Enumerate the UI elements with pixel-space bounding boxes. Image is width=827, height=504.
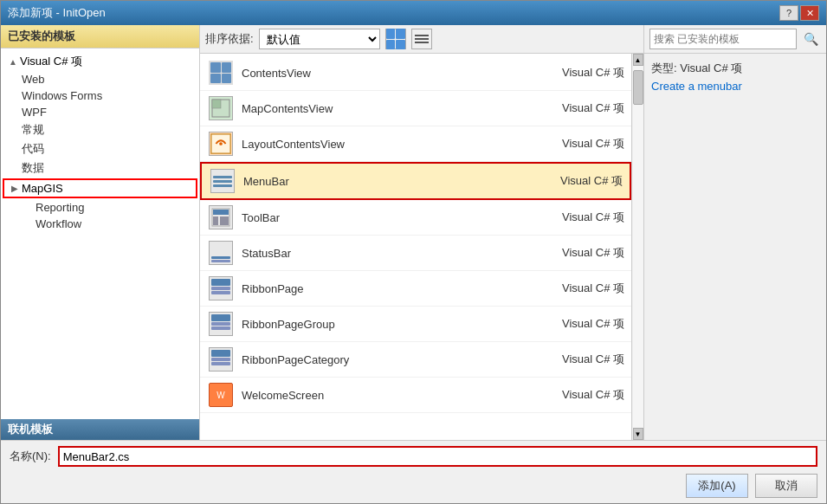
ribbonpagegroup-type: Visual C# 项 bbox=[538, 316, 624, 332]
toolbar-type: Visual C# 项 bbox=[538, 210, 624, 225]
mapcontentsview-icon bbox=[207, 94, 235, 122]
button-row: 添加(A) 取消 bbox=[10, 474, 817, 498]
tree-label-wpf: WPF bbox=[22, 106, 192, 119]
mapcontentsview-name: MapContentsView bbox=[242, 102, 538, 115]
cancel-button[interactable]: 取消 bbox=[755, 474, 817, 498]
middle-panel: 排序依据: 默认值 名称 类型 bbox=[200, 25, 644, 440]
contentsview-type: Visual C# 项 bbox=[538, 65, 624, 81]
contentsview-icon bbox=[207, 59, 235, 87]
mapcontentsview-type: Visual C# 项 bbox=[538, 100, 624, 116]
svg-point-3 bbox=[219, 142, 223, 145]
list-item-ribbonpagegroup[interactable]: RibbonPageGroup Visual C# 项 bbox=[200, 307, 631, 342]
mapgis-expand-icon: ▶ bbox=[10, 184, 20, 194]
scroll-up-btn[interactable]: ▲ bbox=[633, 54, 643, 66]
toolbar-name: ToolBar bbox=[242, 211, 538, 224]
expand-icon: ▲ bbox=[8, 56, 18, 67]
dialog-title: 添加新项 - InitOpen bbox=[8, 5, 106, 21]
sort-label: 排序依据: bbox=[205, 31, 254, 47]
tree-area: ▲ Visual C# 项 Web Windows Forms WPF 常规 代… bbox=[1, 48, 199, 419]
svg-rect-1 bbox=[212, 100, 221, 108]
section-divider: 联机模板 bbox=[1, 419, 199, 440]
name-label: 名称(N): bbox=[10, 449, 51, 464]
scroll-thumb[interactable] bbox=[633, 70, 643, 105]
list-item-mapcontentsview[interactable]: MapContentsView Visual C# 项 bbox=[200, 91, 631, 126]
statusbar-icon bbox=[207, 239, 235, 267]
info-link[interactable]: Create a menubar bbox=[651, 80, 742, 93]
right-info: 类型: Visual C# 项 Create a menubar bbox=[644, 54, 826, 100]
dialog: 添加新项 - InitOpen ? ✕ 已安装的模板 ▲ Visual C# 项… bbox=[0, 0, 827, 504]
list-item-ribbonpagecategory[interactable]: RibbonPageCategory Visual C# 项 bbox=[200, 342, 631, 378]
tree-item-workflow[interactable]: Workflow bbox=[1, 216, 199, 232]
main-content: 已安装的模板 ▲ Visual C# 项 Web Windows Forms W… bbox=[1, 25, 826, 503]
menubar-name: MenuBar bbox=[243, 175, 536, 188]
items-container: ContentsView Visual C# 项 bbox=[200, 54, 643, 440]
tree-item-code[interactable]: 代码 bbox=[1, 139, 199, 158]
map-svg bbox=[210, 98, 231, 119]
toolbar-row: 排序依据: 默认值 名称 类型 bbox=[200, 25, 643, 54]
title-bar-buttons: ? ✕ bbox=[779, 5, 819, 21]
tree-item-reporting[interactable]: Reporting bbox=[1, 199, 199, 216]
statusbar-type: Visual C# 项 bbox=[538, 245, 624, 261]
info-type: 类型: Visual C# 项 bbox=[651, 61, 819, 76]
sort-select[interactable]: 默认值 名称 类型 bbox=[259, 29, 380, 49]
grid-icon bbox=[386, 29, 405, 49]
tree-label-web: Web bbox=[22, 73, 192, 86]
tree-label-visual-csharp: Visual C# 项 bbox=[20, 54, 82, 69]
ribbonpagegroup-icon bbox=[207, 310, 235, 338]
welcomescreen-icon: W bbox=[207, 381, 235, 409]
statusbar-name: StatusBar bbox=[242, 247, 538, 260]
view-list-button[interactable] bbox=[411, 29, 432, 49]
contentsview-name: ContentsView bbox=[242, 67, 538, 80]
tree-item-web[interactable]: Web bbox=[1, 71, 199, 87]
list-item-toolbar[interactable]: ToolBar Visual C# 项 bbox=[200, 200, 631, 236]
menubar-icon bbox=[209, 167, 236, 195]
menubar-type: Visual C# 项 bbox=[536, 173, 623, 189]
tree-item-visual-csharp[interactable]: ▲ Visual C# 项 bbox=[1, 52, 199, 71]
layoutcontentsview-icon bbox=[207, 130, 235, 158]
welcomescreen-name: WelcomeScreen bbox=[242, 389, 538, 402]
svg-rect-5 bbox=[213, 210, 229, 215]
toolbar-svg bbox=[210, 207, 231, 228]
toolbar-icon bbox=[207, 204, 235, 231]
close-button[interactable]: ✕ bbox=[800, 5, 819, 21]
tree-label-windows-forms: Windows Forms bbox=[22, 89, 192, 102]
tree-label-normal: 常规 bbox=[22, 122, 192, 138]
tree-item-data[interactable]: 数据 bbox=[1, 158, 199, 178]
bottom-section: 名称(N): 添加(A) 取消 bbox=[1, 440, 826, 503]
tree-item-windows-forms[interactable]: Windows Forms bbox=[1, 87, 199, 104]
tree-item-mapgis[interactable]: ▶ MapGIS bbox=[4, 180, 196, 197]
ribbonpage-icon bbox=[207, 275, 235, 302]
help-button[interactable]: ? bbox=[779, 5, 798, 21]
title-bar: 添加新项 - InitOpen ? ✕ bbox=[1, 1, 826, 25]
search-button[interactable]: 🔍 bbox=[800, 29, 821, 49]
name-input[interactable] bbox=[58, 446, 817, 467]
ribbonpagegroup-name: RibbonPageGroup bbox=[242, 318, 538, 331]
ribbonpage-name: RibbonPage bbox=[242, 282, 538, 295]
vertical-scrollbar[interactable]: ▲ ▼ bbox=[631, 54, 643, 440]
list-item-welcomescreen[interactable]: W WelcomeScreen Visual C# 项 bbox=[200, 378, 631, 413]
list-item-menubar[interactable]: MenuBar Visual C# 项 bbox=[200, 162, 631, 200]
search-input[interactable] bbox=[649, 29, 797, 49]
left-panel-header: 已安装的模板 bbox=[1, 25, 199, 48]
add-button[interactable]: 添加(A) bbox=[686, 474, 748, 498]
ribbonpage-type: Visual C# 项 bbox=[538, 281, 624, 296]
welcomescreen-type: Visual C# 项 bbox=[538, 387, 624, 403]
tree-item-mapgis-container: ▶ MapGIS bbox=[3, 178, 197, 198]
list-icon bbox=[415, 35, 429, 43]
tree-label-workflow: Workflow bbox=[36, 217, 192, 230]
ribbonpagecategory-name: RibbonPageCategory bbox=[242, 353, 538, 366]
layoutcontentsview-type: Visual C# 项 bbox=[538, 136, 624, 152]
tree-item-normal[interactable]: 常规 bbox=[1, 120, 199, 139]
view-grid-button[interactable] bbox=[385, 29, 406, 49]
list-item-contentsview[interactable]: ContentsView Visual C# 项 bbox=[200, 55, 631, 91]
list-item-ribbonpage[interactable]: RibbonPage Visual C# 项 bbox=[200, 271, 631, 307]
layout-svg bbox=[210, 132, 232, 156]
list-item-layoutcontentsview[interactable]: LayoutContentsView Visual C# 项 bbox=[200, 126, 631, 162]
scroll-down-btn[interactable]: ▼ bbox=[633, 428, 643, 440]
tree-label-mapgis: MapGIS bbox=[22, 182, 63, 195]
list-item-statusbar[interactable]: StatusBar Visual C# 项 bbox=[200, 236, 631, 271]
ribbonpagecategory-icon bbox=[207, 346, 235, 373]
items-list: ContentsView Visual C# 项 bbox=[200, 54, 631, 440]
tree-item-wpf[interactable]: WPF bbox=[1, 104, 199, 120]
name-row: 名称(N): bbox=[10, 446, 817, 467]
